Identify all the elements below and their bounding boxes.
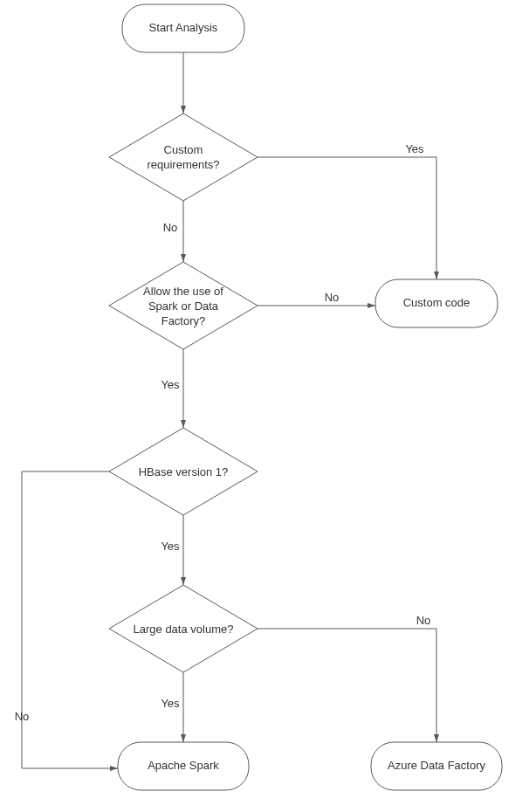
node-allow-spark-label-2: Spark or Data: [148, 299, 219, 313]
node-custom-requirements: [109, 114, 258, 201]
edge-label-no-4: No: [416, 614, 431, 627]
edge-label-no-1: No: [163, 221, 178, 234]
node-hbase-v1-label: HBase version 1?: [139, 465, 229, 478]
edge-label-yes-2: Yes: [161, 378, 180, 391]
edge-hbase-apachespark: [22, 471, 118, 768]
node-custom-requirements-label-1: Custom: [164, 143, 203, 156]
node-custom-code-label: Custom code: [403, 296, 471, 309]
edge-label-no-2: No: [325, 291, 340, 304]
edge-label-yes-3: Yes: [161, 540, 180, 553]
node-allow-spark-label-1: Allow the use of: [143, 285, 223, 298]
node-apache-spark-label: Apache Spark: [148, 759, 219, 772]
node-custom-requirements-label-2: requirements?: [147, 158, 219, 171]
node-allow-spark-label-3: Factory?: [161, 314, 206, 327]
flowchart-diagram: Yes No No Yes No Yes Yes No Start Analys…: [0, 0, 529, 812]
edge-label-no-3: No: [15, 710, 30, 723]
edge-label-yes-4: Yes: [161, 697, 180, 710]
node-large-data-label: Large data volume?: [134, 623, 234, 636]
node-azure-df-label: Azure Data Factory: [388, 759, 485, 772]
edge-label-yes-1: Yes: [405, 142, 424, 155]
edge-largedata-azuredf: [258, 629, 436, 742]
edge-customreq-customcode: [258, 157, 436, 279]
node-start-label: Start Analysis: [149, 21, 218, 34]
